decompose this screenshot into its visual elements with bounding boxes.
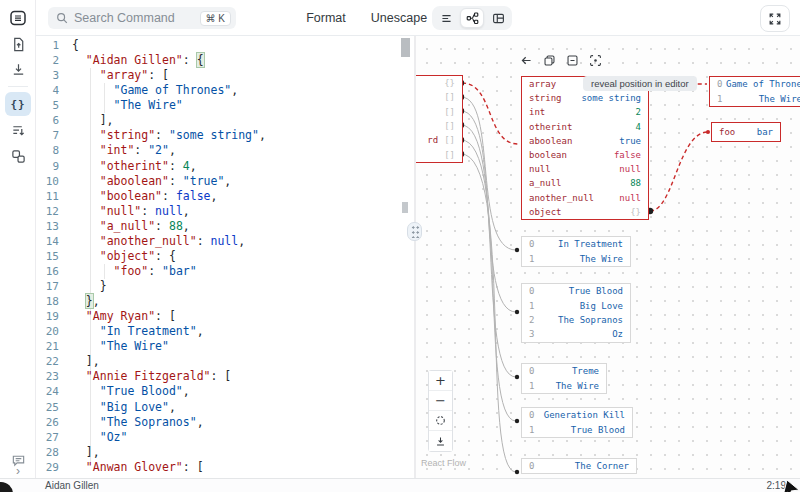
code-line[interactable]: 18 }, <box>36 294 414 309</box>
code-line[interactable]: 20 "In Treatment", <box>36 324 414 339</box>
node-row[interactable]: object{} <box>522 205 648 219</box>
node-row[interactable]: 1The Wire <box>710 91 800 105</box>
code-text: "a_null": 88, <box>72 219 190 234</box>
graph-node-amy[interactable]: 0In Treatment1The Wire <box>521 236 631 267</box>
node-row[interactable]: [] <box>416 119 462 133</box>
graph-node-aidan[interactable]: arraystringsome stringint2otherint4abool… <box>521 76 649 220</box>
node-row[interactable]: nullnull <box>522 162 648 176</box>
node-row[interactable]: 1The Wire <box>522 378 606 392</box>
node-row[interactable]: 0Treme <box>522 364 606 378</box>
json-editor-icon[interactable]: {} <box>5 92 31 116</box>
code-line[interactable]: 12 "null": null, <box>36 204 414 219</box>
code-text: "otherint": 4, <box>72 159 197 174</box>
code-line[interactable]: 28 ], <box>36 445 414 460</box>
node-row[interactable]: [] <box>416 105 462 119</box>
node-row[interactable]: [] <box>416 148 462 162</box>
graph-node-annie[interactable]: 0True Blood1Big Love2The Sopranos3Oz <box>521 283 631 343</box>
zoom-in-button[interactable]: + <box>429 371 452 391</box>
node-row[interactable]: 2The Sopranos <box>522 313 630 327</box>
logo-icon[interactable] <box>9 9 27 27</box>
code-line[interactable]: 29 "Anwan Glover": [ <box>36 460 414 475</box>
graph-node-alexander[interactable]: 0Generation Kill1True Blood <box>521 407 633 438</box>
back-icon[interactable] <box>519 53 533 67</box>
workspace-icon[interactable] <box>5 144 31 168</box>
node-row[interactable]: foobar <box>712 123 780 141</box>
node-row[interactable]: stringsome string <box>522 91 648 105</box>
unescape-button[interactable]: Unescape <box>364 0 434 36</box>
table-view-icon[interactable] <box>486 8 510 28</box>
node-row[interactable]: 1True Blood <box>522 422 632 436</box>
panel-resize-handle[interactable] <box>407 222 422 241</box>
code-line[interactable]: 26 "The Sopranos", <box>36 415 414 430</box>
search-input[interactable]: Search Command ⌘ K <box>48 7 236 29</box>
code-line[interactable]: 15 "object": { <box>36 249 414 264</box>
code-line[interactable]: 22 ], <box>36 354 414 369</box>
code-line[interactable]: 6 ], <box>36 113 414 128</box>
graph-node-foo[interactable]: foobar <box>711 122 781 142</box>
code-line[interactable]: 8 "int": "2", <box>36 143 414 158</box>
graph-node-root[interactable]: {}[][][]rd[][] <box>416 75 463 163</box>
node-row[interactable]: 0The Corner <box>522 459 636 473</box>
code-line[interactable]: 24 "True Blood", <box>36 384 414 399</box>
node-row[interactable]: otherint4 <box>522 120 648 134</box>
node-row[interactable]: rd[] <box>416 133 462 147</box>
breadcrumb[interactable]: Aidan Gillen <box>45 480 99 491</box>
collapse-panel-chevron-icon[interactable]: › <box>5 464 31 477</box>
duplicate-node-icon[interactable] <box>542 53 556 67</box>
download-image-icon[interactable] <box>429 431 452 451</box>
graph-view-icon[interactable] <box>460 8 484 28</box>
code-line[interactable]: 4 "Game of Thrones", <box>36 83 414 98</box>
code-line[interactable]: 14 "another_null": null, <box>36 234 414 249</box>
node-row[interactable]: 0Game of Thrones <box>710 77 800 91</box>
code-line[interactable]: 17 } <box>36 279 414 294</box>
code-line[interactable]: 3 "array": [ <box>36 68 414 83</box>
code-line[interactable]: 19 "Amy Ryan": [ <box>36 309 414 324</box>
format-button[interactable]: Format <box>296 0 356 36</box>
code-line[interactable]: 9 "otherint": 4, <box>36 159 414 174</box>
code-text: "object": { <box>72 249 176 264</box>
code-line[interactable]: 16 "foo": "bar" <box>36 264 414 279</box>
list-view-icon[interactable] <box>434 8 458 28</box>
code-line[interactable]: 27 "Oz" <box>36 430 414 445</box>
node-row[interactable]: 0True Blood <box>522 284 630 298</box>
node-toolbar <box>519 53 602 67</box>
node-row[interactable]: int2 <box>522 105 648 119</box>
json-editor[interactable]: 1{2 "Aidan Gillen": {3 "array": [4 "Game… <box>36 36 414 478</box>
code-line[interactable]: 10 "aboolean": "true", <box>36 174 414 189</box>
code-line[interactable]: 25 "Big Love", <box>36 400 414 415</box>
code-line[interactable]: 2 "Aidan Gillen": { <box>36 53 414 68</box>
focus-node-icon[interactable] <box>588 53 602 67</box>
editor-scrollbar-thumb[interactable] <box>401 38 410 57</box>
node-row[interactable]: booleanfalse <box>522 148 648 162</box>
node-row[interactable]: another_nullnull <box>522 191 648 205</box>
transform-icon[interactable] <box>5 118 31 142</box>
graph-node-game[interactable]: 0Game of Thrones1The Wire <box>709 76 800 107</box>
collapse-node-icon[interactable] <box>565 53 579 67</box>
code-line[interactable]: 23 "Annie Fitzgerald": [ <box>36 369 414 384</box>
code-line[interactable]: 5 "The Wire" <box>36 98 414 113</box>
node-row[interactable]: a_null88 <box>522 176 648 190</box>
panel-divider[interactable] <box>414 36 416 478</box>
node-row[interactable]: 0In Treatment <box>522 237 630 251</box>
graph-canvas[interactable]: {}[][][]rd[][]arraystringsome stringint2… <box>416 36 800 478</box>
code-line[interactable]: 11 "boolean": false, <box>36 189 414 204</box>
node-row[interactable]: 1Big Love <box>522 298 630 312</box>
code-line[interactable]: 21 "The Wire" <box>36 339 414 354</box>
node-row[interactable]: [] <box>416 90 462 104</box>
code-line[interactable]: 1{ <box>36 38 414 53</box>
code-line[interactable]: 13 "a_null": 88, <box>36 219 414 234</box>
fullscreen-icon[interactable] <box>760 5 790 32</box>
fit-view-icon[interactable] <box>429 411 452 431</box>
node-row[interactable]: abooleantrue <box>522 134 648 148</box>
code-line[interactable]: 7 "string": "some string", <box>36 128 414 143</box>
node-row[interactable]: 0Generation Kill <box>522 408 632 422</box>
import-file-icon[interactable] <box>5 32 31 56</box>
download-icon[interactable] <box>5 57 31 81</box>
node-row[interactable]: {} <box>416 76 462 90</box>
graph-node-anwan[interactable]: 0Treme1The Wire <box>521 363 607 394</box>
line-number: 13 <box>36 219 72 234</box>
node-row[interactable]: 3Oz <box>522 327 630 341</box>
graph-node-corner[interactable]: 0The Corner <box>521 458 637 474</box>
node-row[interactable]: 1The Wire <box>522 251 630 265</box>
zoom-out-button[interactable]: − <box>429 391 452 411</box>
